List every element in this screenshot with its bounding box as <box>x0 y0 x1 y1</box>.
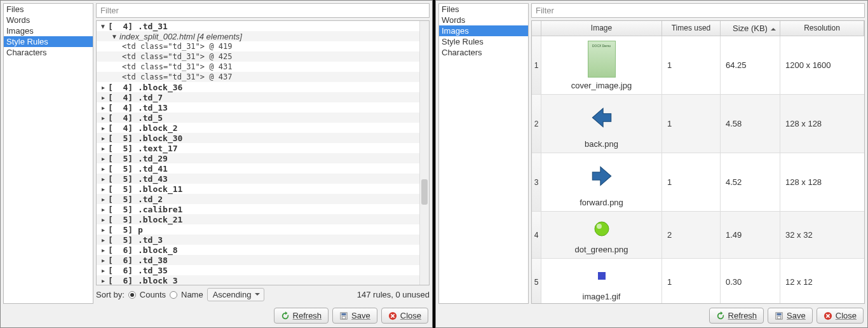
table-row[interactable]: 5image1.gif10.3012 x 12 <box>532 259 864 303</box>
svg-rect-1 <box>342 313 346 315</box>
right-panel: FilesWordsImagesStyle RulesCharacters Fi… <box>435 0 868 328</box>
times-used: 2 <box>662 212 721 258</box>
tree-row[interactable]: <td class="td_31"> @ 431 <box>97 62 429 72</box>
thumbnail <box>587 99 617 137</box>
sidebar-item-characters[interactable]: Characters <box>4 47 93 58</box>
tree-row[interactable]: ▸[ 6] .block_3 <box>97 275 429 285</box>
tree-row[interactable]: ▼index_split_002.html [4 elements] <box>97 31 429 41</box>
size-kb: 4.52 <box>721 153 780 211</box>
refresh-button[interactable]: Refresh <box>274 308 329 324</box>
sidebar-item-style-rules[interactable]: Style Rules <box>4 36 93 47</box>
svg-point-5 <box>597 224 602 229</box>
sidebar-item-images[interactable]: Images <box>439 25 528 36</box>
tree-row[interactable]: ▸[ 6] .block_8 <box>97 245 429 255</box>
tree-row[interactable]: ▸[ 5] .td_43 <box>97 174 429 184</box>
sort-order-combo[interactable]: Ascending <box>207 288 265 301</box>
tree-row[interactable]: ▸[ 4] .td_7 <box>97 92 429 102</box>
tree-row[interactable]: ▼[ 4] .td_31 <box>97 21 429 31</box>
svg-point-4 <box>595 222 609 236</box>
radio-name-label: Name <box>181 290 203 299</box>
sort-indicator-icon <box>771 25 776 31</box>
image-name: cover_image.jpg <box>571 81 632 90</box>
row-number: 3 <box>532 153 541 211</box>
table-row[interactable]: 3forward.png14.52128 x 128 <box>532 153 864 212</box>
tree-row[interactable]: ▸[ 5] .text_17 <box>97 143 429 153</box>
sidebar-item-files[interactable]: Files <box>4 4 93 15</box>
col-size[interactable]: Size (KB) <box>721 21 780 36</box>
tree-row[interactable]: ▸[ 4] .td_13 <box>97 102 429 113</box>
tree-row[interactable]: <td class="td_31"> @ 419 <box>97 41 429 51</box>
sidebar-item-style-rules[interactable]: Style Rules <box>439 36 528 47</box>
sidebar-item-files[interactable]: Files <box>439 4 528 15</box>
images-table[interactable]: Image Times used Size (KB) Resolution 1D… <box>531 20 865 304</box>
tree-row[interactable]: ▸[ 5] .td_29 <box>97 153 429 163</box>
tree-row[interactable]: <td class="td_31"> @ 437 <box>97 72 429 82</box>
tree-row[interactable]: ▸[ 5] .td_3 <box>97 235 429 245</box>
table-row[interactable]: 2back.png14.58128 x 128 <box>532 95 864 153</box>
resolution: 32 x 32 <box>780 212 864 258</box>
tree-row[interactable]: <td class="td_31"> @ 425 <box>97 51 429 62</box>
sidebar-item-words[interactable]: Words <box>439 15 528 25</box>
col-times[interactable]: Times used <box>662 21 721 36</box>
radio-counts[interactable] <box>128 291 136 299</box>
refresh-button[interactable]: Refresh <box>709 308 764 324</box>
save-icon <box>339 311 348 320</box>
tree-row[interactable]: ▸[ 5] .block_21 <box>97 214 429 224</box>
col-resolution[interactable]: Resolution <box>780 21 864 36</box>
tree-row[interactable]: ▸[ 5] .td_41 <box>97 163 429 174</box>
left-panel: FilesWordsImagesStyle RulesCharacters Fi… <box>0 0 433 328</box>
table-row[interactable]: 1DOCX Democover_image.jpg164.251200 x 16… <box>532 36 864 95</box>
tree-row[interactable]: ▸[ 4] .td_5 <box>97 113 429 123</box>
thumbnail: DOCX Demo <box>587 40 617 78</box>
image-name: back.png <box>585 139 618 149</box>
scrollbar[interactable] <box>419 21 429 285</box>
sidebar-item-characters[interactable]: Characters <box>439 47 528 58</box>
svg-rect-2 <box>342 316 345 318</box>
tree-row[interactable]: ▸[ 5] .calibre1 <box>97 204 429 214</box>
table-row[interactable]: 4dot_green.png21.4932 x 32 <box>532 212 864 259</box>
tree-row[interactable]: ▸[ 6] .td_35 <box>97 265 429 275</box>
thumbnail <box>587 215 617 242</box>
thumbnail <box>587 157 617 195</box>
size-kb: 1.49 <box>721 212 780 258</box>
status-text: 147 rules, 0 unused <box>357 290 430 299</box>
tree-row[interactable]: ▸[ 6] .td_38 <box>97 255 429 265</box>
close-button[interactable]: Close <box>381 308 428 324</box>
save-button[interactable]: Save <box>332 308 377 324</box>
times-used: 1 <box>662 95 721 153</box>
resolution: 128 x 128 <box>780 95 864 153</box>
sidebar-item-words[interactable]: Words <box>4 15 93 25</box>
sort-bar: Sort by: Counts Name Ascending 147 rules… <box>96 285 430 304</box>
resolution: 128 x 128 <box>780 153 864 211</box>
sidebar-item-images[interactable]: Images <box>4 25 93 36</box>
image-name: dot_green.png <box>575 245 628 254</box>
close-button[interactable]: Close <box>817 308 864 324</box>
image-name: image1.gif <box>583 292 621 301</box>
radio-counts-label: Counts <box>140 290 166 299</box>
resolution: 12 x 12 <box>780 259 864 303</box>
refresh-icon <box>716 311 725 320</box>
category-sidebar: FilesWordsImagesStyle RulesCharacters <box>3 3 93 304</box>
size-kb: 64.25 <box>721 36 780 94</box>
filter-input[interactable]: Filter <box>531 3 865 18</box>
size-kb: 0.30 <box>721 259 780 303</box>
sort-label: Sort by: <box>96 290 125 299</box>
tree-row[interactable]: ▸[ 5] .td_2 <box>97 194 429 204</box>
tree-row[interactable]: ▸[ 5] .block_11 <box>97 184 429 194</box>
tree-row[interactable]: ▸[ 4] .block_2 <box>97 123 429 133</box>
radio-name[interactable] <box>170 291 177 299</box>
row-number: 5 <box>532 259 541 303</box>
tree-row[interactable]: ▸[ 5] p <box>97 224 429 235</box>
table-header: Image Times used Size (KB) Resolution <box>532 21 864 36</box>
filter-input[interactable]: Filter <box>96 3 430 18</box>
svg-rect-8 <box>777 313 782 315</box>
tree-row[interactable]: ▸[ 5] .block_30 <box>97 133 429 143</box>
tree-row[interactable]: ▸[ 4] .block_36 <box>97 82 429 92</box>
category-sidebar: FilesWordsImagesStyle RulesCharacters <box>438 3 529 304</box>
svg-rect-6 <box>598 272 606 280</box>
close-icon <box>388 311 397 320</box>
col-image[interactable]: Image <box>541 21 662 36</box>
rules-tree[interactable]: ▼[ 4] .td_31▼index_split_002.html [4 ele… <box>96 20 430 285</box>
refresh-icon <box>281 311 290 320</box>
save-button[interactable]: Save <box>768 308 813 324</box>
